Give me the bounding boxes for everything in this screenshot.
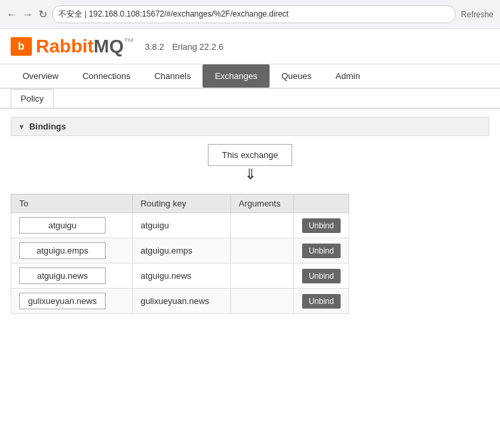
rmq-logo: RabbitMQ™ — [11, 36, 134, 57]
url-text: 192.168.0.108:15672/#/exchanges/%2F/exch… — [89, 9, 289, 19]
sub-nav-policy[interactable]: Policy — [11, 89, 54, 108]
queue-box: atguigu.emps — [19, 242, 106, 259]
erlang-label: Erlang 22.2.6 — [172, 42, 223, 52]
down-arrow-icon: ⇓ — [244, 166, 256, 183]
col-routing-key: Routing key — [132, 194, 230, 213]
nav-queues[interactable]: Queues — [270, 64, 324, 88]
cell-arguments — [230, 238, 293, 263]
nav-channels[interactable]: Channels — [142, 64, 203, 88]
rmq-header: RabbitMQ™ 3.8.2 Erlang 22.2.6 — [0, 29, 500, 64]
logo-box — [11, 37, 32, 56]
nav-exchanges[interactable]: Exchanges — [203, 64, 269, 88]
reload-button[interactable]: ↻ — [39, 8, 47, 21]
cell-arguments — [230, 289, 293, 314]
queue-box: atguigu — [19, 217, 106, 234]
unbind-button[interactable]: Unbind — [302, 269, 341, 283]
cell-to: gulixueyuan.news — [11, 289, 133, 314]
main-nav: Overview Connections Channels Exchanges … — [0, 64, 500, 89]
browser-bar: ← → ↻ 不安全 | 192.168.0.108:15672/#/exchan… — [0, 0, 500, 29]
col-action — [293, 194, 349, 213]
cell-arguments — [230, 213, 293, 238]
cell-action: Unbind — [293, 263, 349, 289]
sub-nav: Policy — [0, 89, 500, 109]
nav-admin[interactable]: Admin — [323, 64, 372, 88]
cell-routing-key: atguigu.emps — [132, 238, 230, 263]
url-bar[interactable]: 不安全 | 192.168.0.108:15672/#/exchanges/%2… — [52, 5, 456, 23]
table-row: atguiguatguiguUnbind — [11, 213, 349, 238]
col-to: To — [11, 194, 133, 213]
cell-routing-key: atguigu — [132, 213, 230, 238]
bindings-section-header[interactable]: ▼ Bindings — [11, 117, 489, 136]
refresh-label: Refreshe — [461, 10, 493, 19]
bindings-title: Bindings — [29, 121, 66, 131]
queue-box: gulixueyuan.news — [19, 293, 106, 309]
cell-routing-key: gulixueyuan.news — [132, 289, 230, 314]
cell-routing-key: atguigu.news — [132, 263, 230, 289]
table-row: atguigu.newsatguigu.newsUnbind — [11, 263, 349, 289]
table-row: gulixueyuan.newsgulixueyuan.newsUnbind — [11, 289, 349, 314]
cell-arguments — [230, 263, 293, 289]
cell-action: Unbind — [293, 238, 349, 263]
cell-to: atguigu.news — [11, 263, 133, 289]
version-label: 3.8.2 — [145, 42, 164, 52]
nav-overview[interactable]: Overview — [11, 64, 70, 88]
main-content: ▼ Bindings This exchange ⇓ To Routing ke… — [0, 109, 500, 322]
unbind-button[interactable]: Unbind — [302, 218, 341, 233]
nav-connections[interactable]: Connections — [70, 64, 142, 88]
cell-action: Unbind — [293, 213, 349, 238]
bindings-table: To Routing key Arguments atguiguatguiguU… — [11, 194, 349, 314]
cell-to: atguigu.emps — [11, 238, 133, 263]
bindings-diagram: This exchange ⇓ — [11, 144, 489, 183]
queue-box: atguigu.news — [19, 267, 106, 284]
logo-text: RabbitMQ™ — [36, 36, 134, 57]
unbind-button[interactable]: Unbind — [302, 244, 341, 258]
col-arguments: Arguments — [230, 194, 293, 213]
url-prefix: 不安全 | — [58, 9, 89, 19]
cell-action: Unbind — [293, 289, 349, 314]
unbind-button[interactable]: Unbind — [302, 294, 341, 309]
table-row: atguigu.empsatguigu.empsUnbind — [11, 238, 349, 263]
section-arrow: ▼ — [18, 123, 25, 131]
forward-button[interactable]: → — [23, 9, 33, 21]
cell-to: atguigu — [11, 213, 133, 238]
exchange-box: This exchange — [208, 144, 292, 166]
back-button[interactable]: ← — [7, 9, 17, 21]
